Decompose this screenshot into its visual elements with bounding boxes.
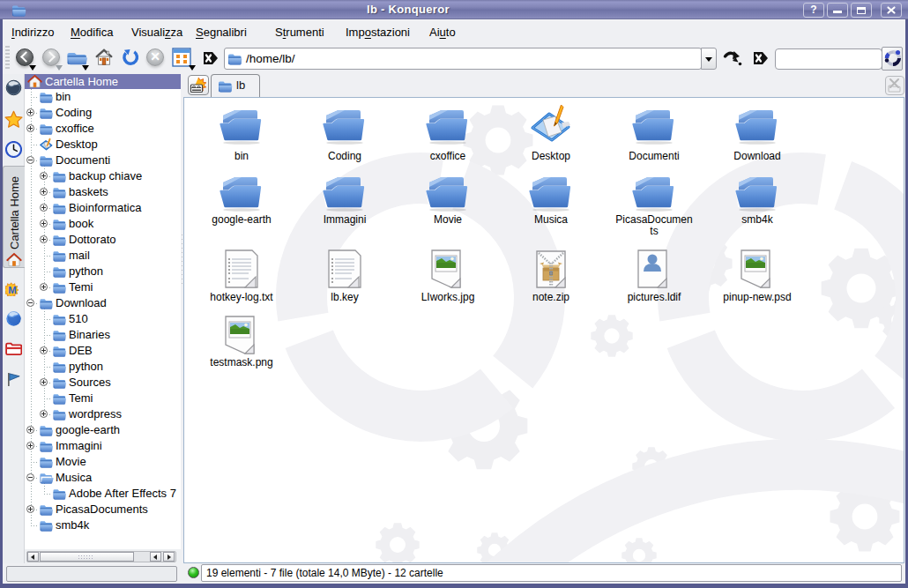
svg-text:M: M <box>8 285 17 295</box>
